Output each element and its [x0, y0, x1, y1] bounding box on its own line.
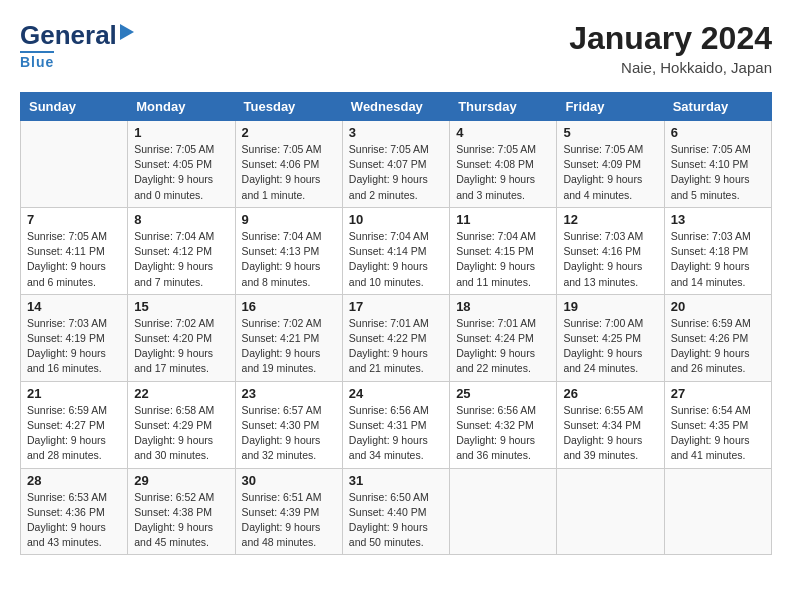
- day-number: 13: [671, 212, 765, 227]
- day-info: Sunrise: 6:56 AMSunset: 4:31 PMDaylight:…: [349, 403, 443, 464]
- day-number: 11: [456, 212, 550, 227]
- day-info: Sunrise: 6:50 AMSunset: 4:40 PMDaylight:…: [349, 490, 443, 551]
- day-info: Sunrise: 7:00 AMSunset: 4:25 PMDaylight:…: [563, 316, 657, 377]
- day-cell: 12Sunrise: 7:03 AMSunset: 4:16 PMDayligh…: [557, 207, 664, 294]
- calendar-table: SundayMondayTuesdayWednesdayThursdayFrid…: [20, 92, 772, 555]
- day-cell: 18Sunrise: 7:01 AMSunset: 4:24 PMDayligh…: [450, 294, 557, 381]
- day-cell: 24Sunrise: 6:56 AMSunset: 4:31 PMDayligh…: [342, 381, 449, 468]
- calendar-header-row: SundayMondayTuesdayWednesdayThursdayFrid…: [21, 93, 772, 121]
- column-header-sunday: Sunday: [21, 93, 128, 121]
- column-header-friday: Friday: [557, 93, 664, 121]
- day-number: 31: [349, 473, 443, 488]
- day-number: 24: [349, 386, 443, 401]
- week-row-3: 14Sunrise: 7:03 AMSunset: 4:19 PMDayligh…: [21, 294, 772, 381]
- day-number: 20: [671, 299, 765, 314]
- day-info: Sunrise: 6:59 AMSunset: 4:27 PMDaylight:…: [27, 403, 121, 464]
- day-cell: 25Sunrise: 6:56 AMSunset: 4:32 PMDayligh…: [450, 381, 557, 468]
- day-info: Sunrise: 7:03 AMSunset: 4:16 PMDaylight:…: [563, 229, 657, 290]
- day-cell: 23Sunrise: 6:57 AMSunset: 4:30 PMDayligh…: [235, 381, 342, 468]
- day-cell: 13Sunrise: 7:03 AMSunset: 4:18 PMDayligh…: [664, 207, 771, 294]
- day-info: Sunrise: 7:05 AMSunset: 4:10 PMDaylight:…: [671, 142, 765, 203]
- column-header-thursday: Thursday: [450, 93, 557, 121]
- day-number: 19: [563, 299, 657, 314]
- day-cell: 30Sunrise: 6:51 AMSunset: 4:39 PMDayligh…: [235, 468, 342, 555]
- logo: General Blue: [20, 20, 134, 70]
- week-row-4: 21Sunrise: 6:59 AMSunset: 4:27 PMDayligh…: [21, 381, 772, 468]
- day-info: Sunrise: 6:52 AMSunset: 4:38 PMDaylight:…: [134, 490, 228, 551]
- day-cell: 15Sunrise: 7:02 AMSunset: 4:20 PMDayligh…: [128, 294, 235, 381]
- day-cell: 8Sunrise: 7:04 AMSunset: 4:12 PMDaylight…: [128, 207, 235, 294]
- column-header-monday: Monday: [128, 93, 235, 121]
- day-cell: 7Sunrise: 7:05 AMSunset: 4:11 PMDaylight…: [21, 207, 128, 294]
- day-number: 21: [27, 386, 121, 401]
- day-info: Sunrise: 6:51 AMSunset: 4:39 PMDaylight:…: [242, 490, 336, 551]
- day-info: Sunrise: 6:59 AMSunset: 4:26 PMDaylight:…: [671, 316, 765, 377]
- day-number: 15: [134, 299, 228, 314]
- day-number: 9: [242, 212, 336, 227]
- day-cell: 20Sunrise: 6:59 AMSunset: 4:26 PMDayligh…: [664, 294, 771, 381]
- day-cell: [557, 468, 664, 555]
- day-cell: 10Sunrise: 7:04 AMSunset: 4:14 PMDayligh…: [342, 207, 449, 294]
- column-header-saturday: Saturday: [664, 93, 771, 121]
- day-info: Sunrise: 7:05 AMSunset: 4:09 PMDaylight:…: [563, 142, 657, 203]
- calendar-subtitle: Naie, Hokkaido, Japan: [569, 59, 772, 76]
- day-info: Sunrise: 7:05 AMSunset: 4:11 PMDaylight:…: [27, 229, 121, 290]
- day-info: Sunrise: 7:05 AMSunset: 4:08 PMDaylight:…: [456, 142, 550, 203]
- day-number: 28: [27, 473, 121, 488]
- day-number: 14: [27, 299, 121, 314]
- day-info: Sunrise: 7:05 AMSunset: 4:07 PMDaylight:…: [349, 142, 443, 203]
- day-info: Sunrise: 7:02 AMSunset: 4:21 PMDaylight:…: [242, 316, 336, 377]
- week-row-1: 1Sunrise: 7:05 AMSunset: 4:05 PMDaylight…: [21, 121, 772, 208]
- day-info: Sunrise: 7:04 AMSunset: 4:15 PMDaylight:…: [456, 229, 550, 290]
- day-info: Sunrise: 7:01 AMSunset: 4:24 PMDaylight:…: [456, 316, 550, 377]
- day-info: Sunrise: 7:04 AMSunset: 4:13 PMDaylight:…: [242, 229, 336, 290]
- day-number: 5: [563, 125, 657, 140]
- day-cell: 21Sunrise: 6:59 AMSunset: 4:27 PMDayligh…: [21, 381, 128, 468]
- day-number: 1: [134, 125, 228, 140]
- day-cell: 6Sunrise: 7:05 AMSunset: 4:10 PMDaylight…: [664, 121, 771, 208]
- day-cell: 16Sunrise: 7:02 AMSunset: 4:21 PMDayligh…: [235, 294, 342, 381]
- day-cell: 22Sunrise: 6:58 AMSunset: 4:29 PMDayligh…: [128, 381, 235, 468]
- day-info: Sunrise: 7:01 AMSunset: 4:22 PMDaylight:…: [349, 316, 443, 377]
- header: General Blue January 2024 Naie, Hokkaido…: [20, 20, 772, 76]
- day-info: Sunrise: 7:04 AMSunset: 4:12 PMDaylight:…: [134, 229, 228, 290]
- logo-arrow-icon: [120, 24, 134, 40]
- day-number: 12: [563, 212, 657, 227]
- day-info: Sunrise: 7:03 AMSunset: 4:18 PMDaylight:…: [671, 229, 765, 290]
- day-number: 3: [349, 125, 443, 140]
- day-number: 8: [134, 212, 228, 227]
- day-number: 16: [242, 299, 336, 314]
- day-number: 10: [349, 212, 443, 227]
- day-number: 29: [134, 473, 228, 488]
- day-cell: 26Sunrise: 6:55 AMSunset: 4:34 PMDayligh…: [557, 381, 664, 468]
- day-number: 7: [27, 212, 121, 227]
- day-info: Sunrise: 7:05 AMSunset: 4:05 PMDaylight:…: [134, 142, 228, 203]
- week-row-2: 7Sunrise: 7:05 AMSunset: 4:11 PMDaylight…: [21, 207, 772, 294]
- logo-general-text: General: [20, 20, 117, 51]
- day-number: 17: [349, 299, 443, 314]
- day-cell: 14Sunrise: 7:03 AMSunset: 4:19 PMDayligh…: [21, 294, 128, 381]
- day-cell: 4Sunrise: 7:05 AMSunset: 4:08 PMDaylight…: [450, 121, 557, 208]
- day-number: 26: [563, 386, 657, 401]
- day-cell: [664, 468, 771, 555]
- week-row-5: 28Sunrise: 6:53 AMSunset: 4:36 PMDayligh…: [21, 468, 772, 555]
- day-info: Sunrise: 7:02 AMSunset: 4:20 PMDaylight:…: [134, 316, 228, 377]
- day-info: Sunrise: 7:04 AMSunset: 4:14 PMDaylight:…: [349, 229, 443, 290]
- day-info: Sunrise: 6:53 AMSunset: 4:36 PMDaylight:…: [27, 490, 121, 551]
- logo-blue-text: Blue: [20, 51, 54, 70]
- day-cell: 31Sunrise: 6:50 AMSunset: 4:40 PMDayligh…: [342, 468, 449, 555]
- day-cell: 28Sunrise: 6:53 AMSunset: 4:36 PMDayligh…: [21, 468, 128, 555]
- day-cell: [21, 121, 128, 208]
- day-number: 22: [134, 386, 228, 401]
- day-cell: 27Sunrise: 6:54 AMSunset: 4:35 PMDayligh…: [664, 381, 771, 468]
- column-header-wednesday: Wednesday: [342, 93, 449, 121]
- day-cell: 3Sunrise: 7:05 AMSunset: 4:07 PMDaylight…: [342, 121, 449, 208]
- day-cell: 19Sunrise: 7:00 AMSunset: 4:25 PMDayligh…: [557, 294, 664, 381]
- day-cell: 29Sunrise: 6:52 AMSunset: 4:38 PMDayligh…: [128, 468, 235, 555]
- day-number: 30: [242, 473, 336, 488]
- day-info: Sunrise: 6:58 AMSunset: 4:29 PMDaylight:…: [134, 403, 228, 464]
- day-number: 18: [456, 299, 550, 314]
- day-cell: [450, 468, 557, 555]
- day-cell: 17Sunrise: 7:01 AMSunset: 4:22 PMDayligh…: [342, 294, 449, 381]
- day-info: Sunrise: 6:54 AMSunset: 4:35 PMDaylight:…: [671, 403, 765, 464]
